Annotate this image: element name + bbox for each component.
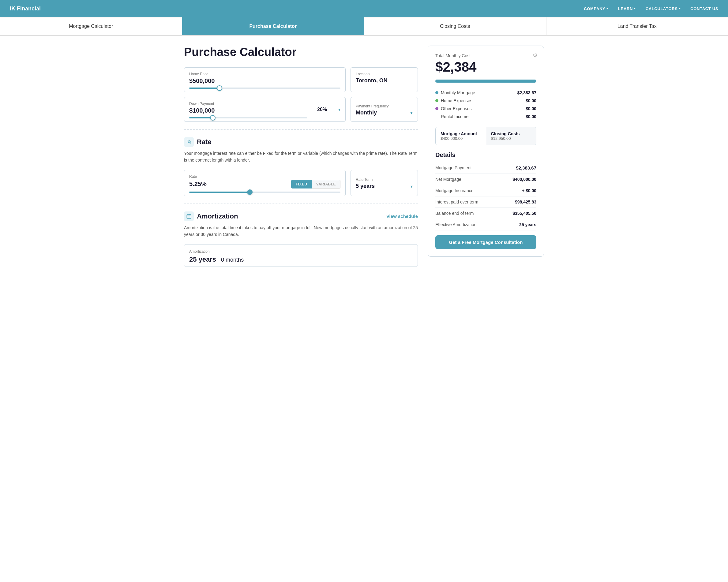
down-payment-group: Down Payment $100,000 20% ▾ [184,97,346,122]
nav-contact[interactable]: CONTACT US [690,6,718,11]
view-schedule-link[interactable]: View schedule [386,214,418,219]
tab-mortgage-calculator[interactable]: Mortgage Calculator [0,17,182,35]
home-price-value: $500,000 [189,77,340,84]
balance-end-row: Balance end of term $355,405.50 [435,208,536,219]
effective-amort-value: 25 years [519,222,536,227]
amort-icon [184,211,194,221]
nav-company[interactable]: COMPANY ▾ [584,6,608,11]
amort-values: 25 years 0 months [189,256,413,263]
rate-slider-fill [189,191,250,193]
monthly-mortgage-row: Monthly Mortgage $2,383.67 [435,89,536,97]
summary-tabs: Mortgage Amount $400,000.00 Closing Cost… [435,127,536,146]
mortgage-payment-label: Mortgage Payment [435,165,471,170]
rate-slider-track [189,191,340,193]
net-mortgage-value: $400,000.00 [513,177,536,182]
chevron-down-icon: ▾ [679,7,681,10]
consultation-button[interactable]: Get a Free Mortgage Consultation [435,235,536,249]
payment-freq-value: Monthly [356,109,377,116]
amort-input-box[interactable]: Amortization 25 years 0 months [184,244,418,267]
summary-tab-mortgage[interactable]: Mortgage Amount $400,000.00 [436,127,486,145]
amort-months: 0 months [221,257,244,263]
navbar: IK Financial COMPANY ▾ LEARN ▾ CALCULATO… [0,0,728,17]
results-card: ⚙ Total Monthly Cost $2,384 Monthly Mort… [428,46,544,257]
effective-amort-label: Effective Amortization [435,222,476,227]
home-expenses-label: Home Expenses [441,98,472,103]
nav-learn[interactable]: LEARN ▾ [618,6,636,11]
rate-label: Rate [189,175,340,179]
down-payment-input[interactable]: Down Payment $100,000 [184,97,312,122]
amort-title: Amortization [197,212,238,220]
main-content: Purchase Calculator Home Price $500,000 … [174,36,554,276]
svg-rect-0 [187,214,191,219]
rate-section-header: % Rate [184,137,418,147]
tab-closing-costs[interactable]: Closing Costs [364,17,546,35]
mortgage-payment-row: Mortgage Payment $2,383.67 [435,162,536,174]
home-price-input[interactable]: Home Price $500,000 [184,67,346,92]
payment-frequency-select[interactable]: Payment Frequency Monthly ▾ [350,97,418,122]
tab-purchase-calculator[interactable]: Purchase Calculator [182,17,364,35]
rate-term-label: Rate Term [356,178,413,182]
net-mortgage-label: Net Mortgage [435,177,461,182]
net-mortgage-row: Net Mortgage $400,000.00 [435,174,536,185]
rate-description: Your mortgage interest rate can either b… [184,150,418,164]
amort-description: Amortization is the total time it takes … [184,224,418,238]
down-payment-slider-thumb[interactable] [210,115,215,121]
location-input[interactable]: Location Toronto, ON [350,67,418,92]
other-expenses-row: Other Expenses $0.00 [435,105,536,113]
down-payment-value: $100,000 [189,107,307,114]
closing-costs-tab-title: Closing Costs [491,131,531,136]
balance-end-value: $355,405.50 [513,211,536,216]
rate-term-select[interactable]: Rate Term 5 years ▾ [350,170,418,196]
brand-logo: IK Financial [10,5,584,12]
mortgage-insurance-row: Mortgage Insurance + $0.00 [435,185,536,196]
monthly-mortgage-label: Monthly Mortgage [441,90,475,95]
home-price-location-row: Home Price $500,000 Location Toronto, ON [184,67,418,92]
home-expenses-row: Home Expenses $0.00 [435,97,536,105]
tab-land-transfer-tax[interactable]: Land Transfer Tax [546,17,728,35]
other-expenses-label: Other Expenses [441,106,471,111]
down-payment-label: Down Payment [189,102,307,106]
rental-income-row: Rental Income $0.00 [435,113,536,121]
effective-amort-row: Effective Amortization 25 years [435,219,536,231]
chevron-down-icon: ▾ [410,110,413,116]
divider-1 [184,129,418,130]
nav-links: COMPANY ▾ LEARN ▾ CALCULATORS ▾ CONTACT … [584,6,718,11]
amort-label: Amortization [189,249,413,254]
down-payment-slider-track [189,117,307,118]
right-panel: ⚙ Total Monthly Cost $2,384 Monthly Mort… [428,46,544,267]
home-price-label: Home Price [189,72,340,76]
mortgage-insurance-label: Mortgage Insurance [435,188,474,193]
down-payment-slider-fill [189,117,213,118]
amort-section-header: Amortization View schedule [184,211,418,221]
home-price-slider-track [189,87,340,89]
rate-slider-thumb[interactable] [247,189,253,195]
chevron-down-icon: ▾ [606,7,608,10]
rental-income-value: $0.00 [526,114,536,119]
rate-input[interactable]: Rate 5.25% FIXED VARIABLE [184,170,346,196]
gear-icon[interactable]: ⚙ [533,52,538,59]
home-expenses-value: $0.00 [526,98,536,103]
amort-title-group: Amortization [184,211,238,221]
rate-inputs-row: Rate 5.25% FIXED VARIABLE Rate Term 5 ye… [184,170,418,196]
summary-tab-closing[interactable]: Closing Costs $12,950.00 [486,127,536,145]
total-monthly-label: Total Monthly Cost [435,53,536,58]
home-price-slider-fill [189,87,219,89]
home-price-slider-thumb[interactable] [217,85,222,91]
fixed-toggle-btn[interactable]: FIXED [291,180,312,188]
down-payment-percent-select[interactable]: 20% ▾ [312,97,346,122]
location-value: Toronto, ON [356,77,413,84]
page-title: Purchase Calculator [184,46,418,59]
variable-toggle-btn[interactable]: VARIABLE [312,180,340,188]
nav-calculators[interactable]: CALCULATORS ▾ [646,6,681,11]
mortgage-insurance-value: + $0.00 [522,188,536,193]
chevron-down-icon: ▾ [411,184,413,189]
other-expenses-value: $0.00 [526,106,536,111]
home-expenses-dot [435,99,438,102]
rate-toggle: FIXED VARIABLE [291,180,340,188]
other-expenses-dot [435,107,438,110]
rate-value: 5.25% [189,181,207,188]
amort-years: 25 years [189,256,216,263]
mortgage-payment-value: $2,383.67 [516,165,536,170]
closing-costs-tab-value: $12,950.00 [491,136,531,141]
payment-freq-label: Payment Frequency [356,104,413,108]
